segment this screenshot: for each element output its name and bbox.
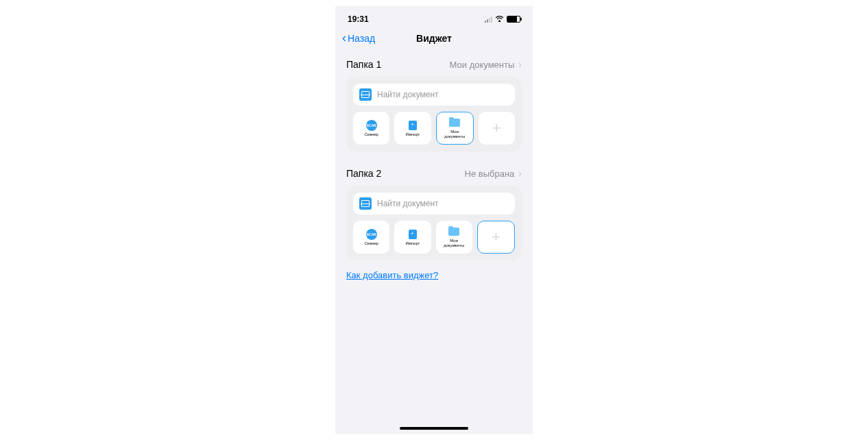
status-indicators [485, 15, 520, 23]
chevron-right-icon: › [518, 168, 522, 179]
scanner-tile[interactable]: SCAN Сканер [353, 112, 389, 145]
import-label: Импорт [405, 241, 420, 246]
import-tile[interactable]: Импорт [394, 112, 431, 145]
page-title: Виджет [416, 33, 452, 44]
tile-row: SCAN Сканер Импорт Моидокументы + [353, 221, 515, 254]
add-tile[interactable]: + [477, 221, 515, 254]
scanner-label: Сканер [364, 132, 378, 137]
scan-circle-icon: SCAN [366, 229, 377, 240]
search-placeholder: Найти документ [377, 199, 439, 208]
scan-circle-icon: SCAN [366, 120, 377, 131]
folder-1-label: Папка 1 [346, 59, 381, 70]
search-placeholder: Найти документ [377, 90, 439, 99]
documents-tile[interactable]: Моидокументы [436, 112, 474, 145]
import-icon [407, 229, 418, 240]
folder-1-header[interactable]: Папка 1 Мои документы › [335, 49, 533, 77]
scanner-icon [359, 197, 372, 210]
add-tile[interactable]: + [479, 112, 515, 145]
documents-label: Моидокументы [444, 239, 464, 247]
signal-icon [485, 16, 492, 23]
phone-screen: 19:31 ‹ Назад Виджет Папка 1 Мои докумен… [335, 6, 533, 434]
wifi-icon [495, 15, 504, 23]
status-bar: 19:31 [335, 6, 533, 27]
scanner-label: Сканер [364, 241, 378, 246]
import-tile[interactable]: Импорт [394, 221, 431, 254]
plus-icon: + [492, 119, 501, 137]
help-link[interactable]: Как добавить виджет? [346, 270, 438, 280]
widget-preview-1: Найти документ SCAN Сканер Импорт Моидок… [346, 77, 522, 151]
tile-row: SCAN Сканер Импорт Моидокументы + [353, 112, 515, 145]
home-indicator[interactable] [400, 427, 468, 430]
battery-icon [507, 16, 520, 23]
nav-bar: ‹ Назад Виджет [335, 27, 533, 49]
chevron-right-icon: › [518, 59, 522, 70]
folder-2-label: Папка 2 [346, 168, 381, 179]
folder-icon [449, 117, 460, 128]
back-label: Назад [348, 33, 375, 44]
folder-2-header[interactable]: Папка 2 Не выбрана › [335, 151, 533, 186]
scanner-tile[interactable]: SCAN Сканер [353, 221, 389, 254]
svg-point-0 [499, 20, 501, 21]
back-button[interactable]: ‹ Назад [342, 31, 375, 45]
search-box[interactable]: Найти документ [353, 193, 515, 215]
chevron-left-icon: ‹ [342, 31, 346, 45]
documents-tile[interactable]: Моидокументы [436, 221, 472, 254]
widget-preview-2: Найти документ SCAN Сканер Импорт Моидок… [346, 186, 522, 260]
plus-icon: + [492, 228, 501, 246]
folder-2-value: Не выбрана › [465, 168, 522, 179]
import-icon [407, 120, 418, 131]
documents-label: Моидокументы [444, 130, 465, 138]
search-box[interactable]: Найти документ [353, 84, 515, 106]
folder-icon [448, 226, 459, 237]
status-time: 19:31 [348, 14, 369, 24]
folder-1-value: Мои документы › [450, 59, 522, 70]
import-label: Импорт [405, 132, 420, 137]
scanner-icon [359, 88, 372, 101]
